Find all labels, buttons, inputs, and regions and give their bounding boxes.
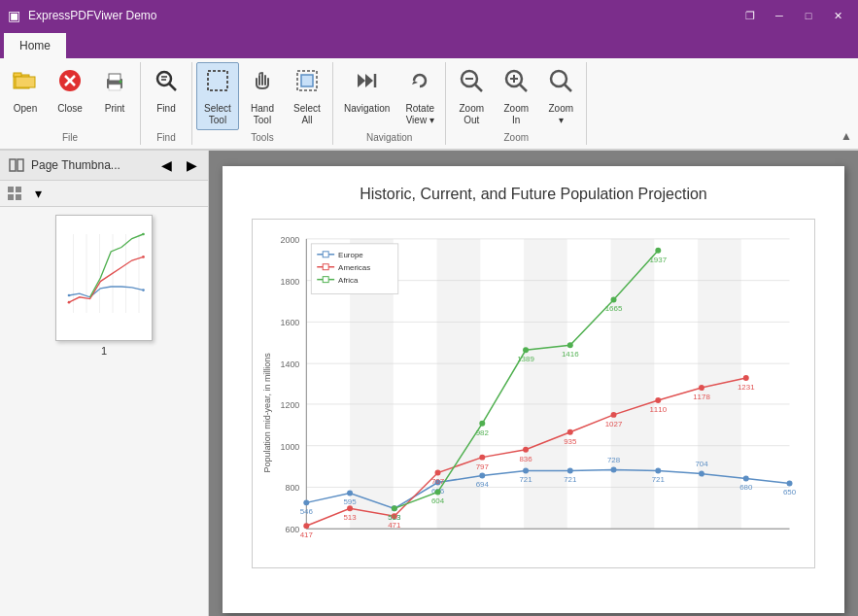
svg-rect-2 [16,77,35,87]
navigation-button[interactable]: Navigation [337,62,396,130]
svg-point-81 [567,468,573,474]
svg-text:Europe: Europe [338,251,363,259]
svg-point-125 [567,342,573,348]
svg-text:Americas: Americas [338,263,370,272]
svg-rect-33 [17,159,23,171]
svg-point-109 [743,375,749,381]
find-button[interactable]: Find [145,62,188,130]
hand-tool-button[interactable]: HandTool [241,62,284,130]
sidebar: Page Thumbna... ◀ ▶ ▾ [0,151,209,616]
svg-rect-137 [323,252,328,257]
close-icon [56,67,84,101]
ribbon-content: Open Close Print File [0,58,858,150]
svg-line-31 [565,85,571,91]
svg-rect-7 [109,74,120,81]
select-all-button[interactable]: SelectAll [286,62,328,130]
svg-text:546: 546 [300,507,314,516]
svg-rect-55 [611,239,655,529]
svg-text:721: 721 [564,475,577,484]
svg-text:800: 800 [285,483,299,493]
svg-point-83 [655,468,661,474]
svg-point-126 [611,297,617,303]
svg-point-105 [567,429,573,435]
svg-text:982: 982 [476,428,490,437]
sidebar-prev-button[interactable]: ◀ [155,154,177,176]
svg-point-106 [611,412,617,418]
svg-text:417: 417 [300,530,314,539]
svg-line-27 [520,85,527,91]
svg-rect-54 [524,239,567,529]
zoom-group-label: Zoom [499,130,532,145]
sidebar-view-button[interactable] [4,183,25,204]
select-tool-button[interactable]: SelectTool [196,62,239,130]
svg-text:1110: 1110 [649,405,667,414]
svg-text:471: 471 [388,521,401,530]
svg-text:1027: 1027 [605,420,623,428]
svg-rect-18 [301,75,313,86]
zoom-in-button[interactable]: ZoomIn [495,62,537,130]
ribbon-collapse-button[interactable]: ▲ [835,127,858,145]
maximize-button[interactable]: □ [796,6,821,25]
chart-container: Population mid-year, in millions 2000 [252,219,815,568]
svg-text:836: 836 [519,455,532,463]
tab-home[interactable]: Home [4,31,66,58]
svg-point-102 [435,470,441,476]
svg-text:1389: 1389 [517,355,534,363]
rotate-view-icon [406,67,433,101]
close-button[interactable]: ✕ [825,6,850,25]
pdf-page: Historic, Current, and Future Population… [223,166,844,613]
svg-point-11 [157,72,171,86]
svg-text:1800: 1800 [280,277,299,287]
zoom-button[interactable]: Zoom▾ [539,62,582,130]
zoom-out-label: ZoomOut [459,103,484,126]
zoom-label: Zoom▾ [548,103,573,126]
zoom-in-label: ZoomIn [503,103,529,126]
svg-text:1231: 1231 [738,383,755,392]
svg-rect-34 [8,187,14,192]
svg-point-48 [142,256,145,258]
svg-text:650: 650 [783,488,797,496]
ribbon-tab-bar: Home [0,31,858,58]
svg-rect-37 [16,194,21,200]
svg-text:694: 694 [476,480,490,489]
svg-text:1665: 1665 [605,304,623,313]
svg-point-86 [787,481,793,487]
chart-title: Historic, Current, and Future Population… [252,186,815,203]
svg-rect-143 [323,277,328,283]
svg-point-85 [743,476,749,482]
svg-point-122 [435,489,441,495]
sidebar-panel-icon[interactable] [6,154,27,176]
hand-tool-icon [249,67,276,101]
print-button[interactable]: Print [93,62,136,130]
svg-point-76 [347,490,353,496]
sidebar-next-button[interactable]: ▶ [181,154,202,176]
rotate-view-label: RotateView ▾ [406,103,434,126]
zoom-icon [547,67,574,101]
sidebar-dropdown-button[interactable]: ▾ [27,183,49,204]
svg-point-75 [303,499,309,505]
navigation-group-label: Navigation [362,130,416,145]
title-bar: ▣ ExpressPDFViwer Demo ❐ ─ □ ✕ [0,0,858,31]
open-button[interactable]: Open [4,62,47,130]
select-tool-icon [204,67,231,101]
svg-point-100 [347,505,353,511]
minimize-button[interactable]: ─ [767,6,792,25]
svg-point-80 [523,468,529,474]
svg-rect-36 [8,194,14,200]
app-title: ExpressPDFViwer Demo [28,9,156,22]
ribbon-group-navigation: Navigation RotateView ▾ Navigation [333,62,446,145]
svg-marker-20 [365,74,373,87]
close-button-ribbon[interactable]: Close [49,62,91,130]
svg-text:1000: 1000 [280,442,299,452]
svg-point-45 [68,294,71,297]
svg-text:797: 797 [476,462,490,471]
svg-text:935: 935 [564,437,577,446]
thumbnail-container: 1 [0,207,208,616]
print-icon [101,67,128,101]
svg-point-121 [392,505,397,511]
zoom-out-button[interactable]: ZoomOut [450,62,493,130]
svg-text:604: 604 [431,496,445,505]
rotate-view-button[interactable]: RotateView ▾ [398,62,441,130]
restore-button[interactable]: ❐ [738,6,763,25]
thumbnail-item[interactable]: 1 [55,215,153,357]
